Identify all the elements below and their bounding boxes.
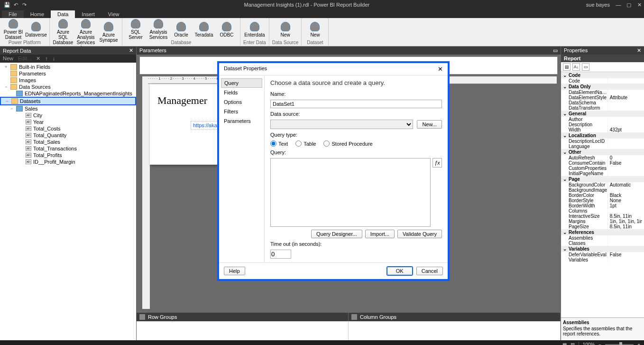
view-icon-1[interactable]: ▦ [562, 342, 567, 345]
prop-initialpagename[interactable]: InitialPageName [561, 171, 644, 176]
prop-autorefresh[interactable]: AutoRefresh0 [561, 155, 644, 160]
query-textarea[interactable] [270, 158, 431, 227]
ribbon-analysis-services[interactable]: Analysis Services [148, 19, 169, 40]
sort-icon[interactable]: A↓ [572, 63, 580, 71]
redo-icon[interactable]: ↷ [21, 1, 28, 8]
close-button[interactable]: ✕ [635, 2, 644, 8]
prop-description[interactable]: Description [561, 122, 644, 127]
tree-ednapaginatedreports-managementinsights[interactable]: EDNAPaginatedReports_ManagementInsights [0, 90, 136, 97]
tree-year[interactable]: abYear [0, 119, 136, 125]
zoom-level[interactable]: 100% [583, 342, 595, 345]
ribbon-azure-sql-database[interactable]: Azure SQL Database [53, 19, 74, 45]
ribbon-odbc[interactable]: ODBC [216, 19, 237, 40]
prop-language[interactable]: Language [561, 144, 644, 149]
delete-icon[interactable]: ✕ [36, 56, 40, 62]
tree-sales[interactable]: −Sales [0, 105, 136, 112]
tab-insert[interactable]: Insert [75, 10, 101, 18]
dialog-nav-parameters[interactable]: Parameters [219, 116, 264, 126]
save-icon[interactable]: 💾 [4, 1, 10, 8]
undo-icon[interactable]: ↶ [12, 1, 19, 8]
prop-backgroundimage[interactable]: BackgroundImage [561, 187, 644, 193]
query-designer-button[interactable]: Query Designer... [311, 230, 362, 238]
prop-columns[interactable]: Columns [561, 208, 644, 214]
ribbon-power-bi-dataset[interactable]: Power BI Dataset [3, 19, 24, 40]
propcat-references[interactable]: References [561, 229, 644, 235]
report-data-tree[interactable]: +Built-in FieldsParametersImages−Data So… [0, 63, 136, 340]
propcat-data-only[interactable]: Data Only [561, 84, 644, 90]
edit-button[interactable]: Edit... [18, 56, 31, 62]
prop-backgroundcolor[interactable]: BackgroundColorAutomatic [561, 182, 644, 187]
tree-datasets[interactable]: −Datasets [0, 97, 136, 105]
tree-total-transactions[interactable]: abTotal_Transactions [0, 145, 136, 152]
minimize-button[interactable]: — [614, 2, 623, 8]
prop-classes[interactable]: Classes [561, 241, 644, 246]
propcat-page[interactable]: Page [561, 176, 644, 182]
ribbon-azure-synapse[interactable]: Azure Synapse [98, 19, 119, 45]
expression-button[interactable]: ƒx [432, 158, 442, 168]
moveup-icon[interactable]: ↑ [45, 56, 48, 62]
tree-parameters[interactable]: Parameters [0, 70, 136, 77]
tree-total-quantity[interactable]: abTotal_Quantity [0, 132, 136, 139]
prop-interactivesize[interactable]: InteractiveSize8.5in, 11in [561, 214, 644, 219]
tab-view[interactable]: View [101, 10, 126, 18]
dialog-close-icon[interactable]: ✕ [438, 65, 443, 73]
column-groups-area[interactable] [349, 321, 561, 340]
tree-city[interactable]: abCity [0, 112, 136, 119]
categorize-icon[interactable]: ▤ [563, 63, 570, 71]
querytype-sp-radio[interactable]: Stored Procedure [323, 140, 372, 147]
collapse-icon[interactable]: ▭ [553, 47, 558, 54]
properties-object[interactable]: Report [561, 55, 644, 62]
prop-defervariableeval[interactable]: DeferVariableEvalFalse [561, 252, 644, 257]
zoom-in-button[interactable]: + [637, 342, 640, 345]
maximize-button[interactable]: ▢ [624, 2, 634, 8]
tree-images[interactable]: Images [0, 77, 136, 84]
prop-datatransform[interactable]: DataTransform [561, 105, 644, 111]
prop-consumecontain[interactable]: ConsumeContainFalse [561, 160, 644, 166]
report-heading[interactable]: Managemer [157, 94, 223, 107]
close-properties-icon[interactable]: ✕ [637, 47, 641, 54]
ribbon-azure-analysis-services[interactable]: Azure Analysis Services [75, 19, 96, 45]
ribbon-sql-server[interactable]: SQL Server [125, 19, 146, 40]
user-name[interactable]: sue bayes [586, 2, 614, 8]
prop-pages-icon[interactable]: ▭ [582, 63, 589, 71]
tab-data[interactable]: Data [51, 10, 75, 18]
help-button[interactable]: Help [224, 267, 245, 275]
zoom-out-button[interactable]: − [598, 342, 601, 345]
ribbon-enterdata[interactable]: Enterdata [244, 19, 265, 40]
tree-data-sources[interactable]: −Data Sources [0, 84, 136, 90]
prop-code[interactable]: Code [561, 78, 644, 84]
prop-author[interactable]: Author [561, 117, 644, 122]
propcat-variables[interactable]: Variables [561, 246, 644, 252]
ok-button[interactable]: OK [387, 267, 413, 275]
prop-descriptionlocid[interactable]: DescriptionLocID [561, 139, 644, 144]
tree-id-profit-margin[interactable]: abID__Profit_Margin [0, 159, 136, 165]
propcat-localization[interactable]: Localization [561, 132, 644, 139]
prop-borderwidth[interactable]: BorderWidth1pt [561, 203, 644, 208]
ribbon-dataverse[interactable]: Dataverse [26, 19, 46, 40]
tab-file[interactable]: File [2, 10, 24, 18]
cancel-button[interactable]: Cancel [416, 267, 443, 275]
tab-home[interactable]: Home [24, 10, 51, 18]
prop-dataelementname[interactable]: DataElementName [561, 90, 644, 95]
prop-dataelementstyle[interactable]: DataElementStyleAttribute [561, 95, 644, 100]
tree-total-sales[interactable]: abTotal_Sales [0, 139, 136, 145]
dialog-nav-query[interactable]: Query [221, 78, 262, 88]
prop-assemblies[interactable]: Assemblies [561, 235, 644, 241]
groups-area[interactable] [137, 321, 561, 340]
propcat-other[interactable]: Other [561, 149, 644, 155]
ribbon-oracle[interactable]: Oracle [171, 19, 192, 40]
dialog-nav-options[interactable]: Options [219, 97, 264, 107]
new-datasource-button[interactable]: New... [417, 120, 442, 129]
ribbon-new[interactable]: New [275, 19, 296, 40]
prop-width[interactable]: Width432pt [561, 127, 644, 132]
report-link[interactable]: https://aka [191, 121, 220, 130]
new-button[interactable]: New [3, 56, 13, 62]
tree-total-profits[interactable]: abTotal_Profits [0, 152, 136, 159]
prop-pagesize[interactable]: PageSize8.5in, 11in [561, 224, 644, 229]
datasource-select[interactable] [270, 120, 413, 129]
ribbon-new[interactable]: New [304, 19, 325, 40]
validate-query-button[interactable]: Validate Query [397, 230, 442, 238]
movedown-icon[interactable]: ↓ [53, 56, 55, 62]
propcat-general[interactable]: General [561, 111, 644, 117]
prop-margins[interactable]: Margins1in, 1in, 1in, 1in [561, 219, 644, 224]
